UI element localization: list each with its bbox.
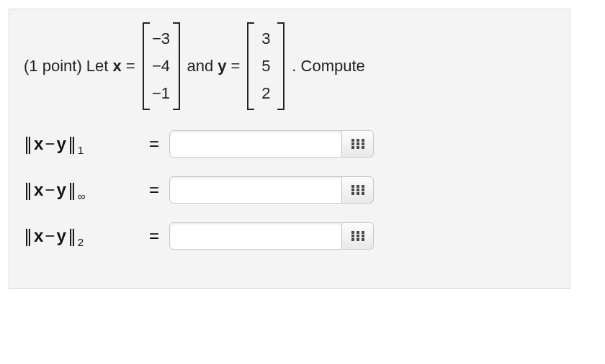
- keypad-button-2norm[interactable]: [342, 222, 374, 250]
- answer-group-infnorm: [169, 176, 374, 204]
- answer-group-2norm: [169, 222, 374, 250]
- vector-y-entry: 5: [254, 53, 277, 80]
- svg-rect-22: [357, 235, 359, 237]
- bars-close: ‖: [68, 180, 76, 200]
- svg-rect-4: [357, 142, 359, 145]
- equals-sign: =: [149, 226, 159, 246]
- bars-open: ‖: [24, 180, 32, 200]
- svg-rect-9: [351, 185, 354, 188]
- subscript-2: 2: [78, 236, 84, 248]
- compute-text: . Compute: [292, 57, 365, 76]
- svg-rect-7: [357, 146, 359, 149]
- vector-x-entry: −3: [150, 25, 173, 53]
- vector-y-entry: 3: [254, 25, 277, 53]
- svg-rect-3: [351, 142, 354, 145]
- minus: −: [45, 180, 55, 200]
- vector-x: −3 −4 −1: [143, 22, 180, 110]
- bars-close: ‖: [68, 134, 76, 154]
- svg-rect-14: [362, 188, 364, 191]
- minus: −: [45, 134, 55, 154]
- equals-1: =: [126, 57, 135, 76]
- svg-rect-16: [357, 192, 359, 195]
- keypad-icon: [351, 231, 364, 241]
- answer-group-1norm: [169, 130, 374, 158]
- svg-rect-6: [351, 146, 354, 149]
- svg-rect-13: [357, 188, 359, 191]
- svg-rect-11: [362, 185, 364, 188]
- svg-rect-26: [362, 238, 364, 241]
- svg-rect-0: [351, 139, 354, 142]
- svg-rect-18: [351, 231, 354, 234]
- keypad-icon: [351, 185, 364, 195]
- equals-sign: =: [149, 180, 159, 200]
- minus: −: [45, 226, 55, 246]
- keypad-icon: [351, 139, 364, 149]
- answer-input-2norm[interactable]: [169, 222, 342, 250]
- svg-rect-12: [351, 188, 354, 191]
- answer-input-1norm[interactable]: [169, 130, 342, 158]
- keypad-button-1norm[interactable]: [342, 130, 374, 158]
- subscript-inf: ∞: [78, 190, 86, 202]
- svg-rect-20: [362, 231, 364, 234]
- svg-rect-5: [362, 142, 364, 145]
- norm-inf-label: ‖ x − y ‖ ∞: [24, 180, 146, 200]
- answer-row-1norm: ‖ x − y ‖ 1 =: [24, 130, 555, 158]
- variable-x: x: [112, 57, 121, 76]
- points-prefix: (1 point) Let: [24, 57, 108, 76]
- vector-x-entry: −4: [150, 53, 173, 80]
- variable-y: y: [218, 57, 226, 76]
- svg-rect-8: [362, 146, 364, 149]
- vector-x-entry: −1: [150, 80, 173, 107]
- bars-open: ‖: [24, 134, 32, 154]
- vector-y-entry: 2: [254, 80, 277, 107]
- norm-2-label: ‖ x − y ‖ 2: [24, 226, 146, 246]
- svg-rect-15: [351, 192, 354, 195]
- svg-rect-1: [357, 139, 359, 142]
- svg-rect-19: [357, 231, 359, 234]
- svg-rect-21: [351, 235, 354, 237]
- svg-rect-17: [362, 192, 364, 195]
- x-in-norm: x: [34, 226, 43, 246]
- bars-close: ‖: [68, 226, 76, 246]
- y-in-norm: y: [56, 226, 66, 246]
- norm-1-label: ‖ x − y ‖ 1: [24, 134, 146, 154]
- svg-rect-25: [357, 238, 359, 241]
- question-panel: (1 point) Let x = −3 −4 −1 and y = 3 5 2…: [9, 9, 570, 289]
- equals-sign: =: [149, 134, 159, 154]
- svg-rect-2: [362, 139, 364, 142]
- y-in-norm: y: [56, 180, 66, 200]
- bars-open: ‖: [24, 226, 32, 246]
- and-text: and: [187, 57, 214, 76]
- x-in-norm: x: [34, 134, 43, 154]
- question-prompt: (1 point) Let x = −3 −4 −1 and y = 3 5 2…: [24, 22, 555, 110]
- keypad-button-infnorm[interactable]: [342, 176, 374, 204]
- svg-rect-10: [357, 185, 359, 188]
- svg-rect-24: [351, 238, 354, 241]
- subscript-1: 1: [78, 144, 84, 156]
- answer-row-infnorm: ‖ x − y ‖ ∞ =: [24, 176, 555, 204]
- y-in-norm: y: [56, 134, 66, 154]
- equals-2: =: [230, 57, 240, 76]
- answer-row-2norm: ‖ x − y ‖ 2 =: [24, 222, 555, 250]
- answer-input-infnorm[interactable]: [169, 176, 342, 204]
- x-in-norm: x: [34, 180, 43, 200]
- vector-y: 3 5 2: [247, 22, 284, 110]
- svg-rect-23: [362, 235, 364, 237]
